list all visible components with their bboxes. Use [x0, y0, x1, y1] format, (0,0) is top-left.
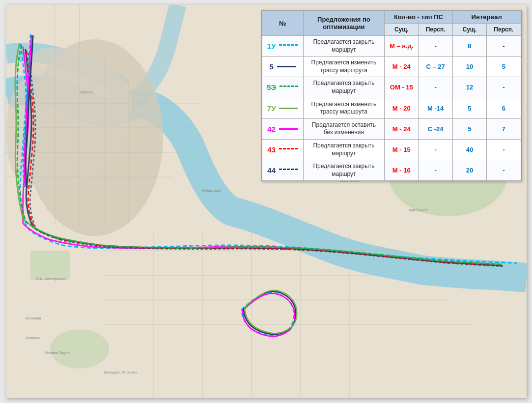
cell-kol-persp: С – 27 — [419, 57, 452, 77]
cell-route-number: 5Э — [262, 77, 303, 98]
cell-interval-sush: 8 — [452, 36, 486, 57]
cell-interval-persp: 5 — [487, 57, 521, 77]
cell-proposal: Предлагается закрыть маршрут — [303, 139, 384, 160]
table-row: 5Э Предлагается закрыть маршрут ОМ - 15 … — [262, 77, 521, 98]
cell-interval-sush: 10 — [452, 57, 486, 77]
cell-kol-sush: ОМ - 15 — [385, 77, 419, 98]
cell-kol-persp: - — [419, 160, 452, 181]
data-table: № Предложения по оптимизации Кол-во - ти… — [261, 10, 522, 181]
main-container: Усть-Заостровка Нижнее Ладино Большая Хо… — [6, 5, 527, 398]
table-row: 5 Предлагается изменить трассу маршрута … — [262, 57, 521, 77]
cell-route-number: 42 — [262, 118, 303, 139]
cell-kol-persp: - — [419, 77, 452, 98]
table-row: 1У Предлагается закрыть маршрут М – н.д.… — [262, 36, 521, 57]
cell-interval-sush: 12 — [452, 77, 486, 98]
cell-kol-sush: М - 20 — [385, 98, 419, 118]
svg-text:Иртышское: Иртышское — [202, 189, 221, 193]
svg-text:Тарталы: Тарталы — [80, 90, 93, 94]
table-row: 42 Предлагается оставить без изменения М… — [262, 118, 521, 139]
svg-text:Нижнее Ладино: Нижнее Ладино — [45, 351, 71, 355]
cell-proposal: Предлагается изменить трассу маршрута — [303, 57, 384, 77]
col-header-proposal: Предложения по оптимизации — [303, 11, 384, 36]
cell-proposal: Предлагается закрыть маршрут — [303, 160, 384, 181]
col-header-number: № — [262, 11, 303, 36]
cell-proposal: Предлагается изменить трассу маршрута — [303, 98, 384, 118]
cell-interval-persp: - — [487, 36, 521, 57]
cell-route-number: 1У — [262, 36, 303, 57]
cell-interval-persp: - — [487, 160, 521, 181]
col-header-interval: Интервал — [452, 11, 521, 24]
subheader-kol-persp: Персп. — [419, 24, 452, 36]
cell-interval-sush: 5 — [452, 118, 486, 139]
svg-text:Куйбышев: Куйбышев — [409, 208, 428, 212]
cell-interval-persp: 7 — [487, 118, 521, 139]
cell-kol-persp: - — [419, 139, 452, 160]
svg-point-22 — [50, 329, 109, 369]
cell-kol-sush: М - 16 — [385, 160, 419, 181]
cell-kol-sush: М – н.д. — [385, 36, 419, 57]
cell-kol-sush: М - 24 — [385, 118, 419, 139]
svg-text:Усть-Заостровка: Усть-Заостровка — [35, 277, 66, 281]
cell-route-number: 44 — [262, 160, 303, 181]
subheader-interval-sush: Сущ. — [452, 24, 486, 36]
table-row: 44 Предлагается закрыть маршрут М - 16 -… — [262, 160, 521, 181]
svg-text:Волхница: Волхница — [26, 317, 41, 320]
cell-interval-persp: - — [487, 77, 521, 98]
cell-route-number: 5 — [262, 57, 303, 77]
cell-interval-sush: 40 — [452, 139, 486, 160]
subheader-interval-persp: Персп. — [487, 24, 521, 36]
cell-interval-persp: - — [487, 139, 521, 160]
cell-kol-persp: М -14 — [419, 98, 452, 118]
cell-interval-sush: 20 — [452, 160, 486, 181]
svg-text:Большая Хорзика: Большая Хорзика — [104, 370, 137, 374]
table-row: 43 Предлагается закрыть маршрут М - 15 -… — [262, 139, 521, 160]
cell-kol-sush: М - 15 — [385, 139, 419, 160]
cell-proposal: Предлагается закрыть маршрут — [303, 36, 384, 57]
col-header-kol: Кол-во - тип ПС — [385, 11, 453, 24]
cell-proposal: Предлагается закрыть маршрут — [303, 77, 384, 98]
subheader-kol-sush: Сущ. — [385, 24, 419, 36]
svg-text:Левковка: Левковка — [26, 336, 40, 340]
table-row: 7У Предлагается изменить трассу маршрута… — [262, 98, 521, 118]
cell-kol-persp: С -24 — [419, 118, 452, 139]
cell-kol-persp: - — [419, 36, 452, 57]
cell-interval-persp: 6 — [487, 98, 521, 118]
svg-rect-21 — [30, 251, 70, 280]
cell-proposal: Предлагается оставить без изменения — [303, 118, 384, 139]
cell-route-number: 43 — [262, 139, 303, 160]
cell-route-number: 7У — [262, 98, 303, 118]
cell-kol-sush: М - 24 — [385, 57, 419, 77]
cell-interval-sush: 5 — [452, 98, 486, 118]
